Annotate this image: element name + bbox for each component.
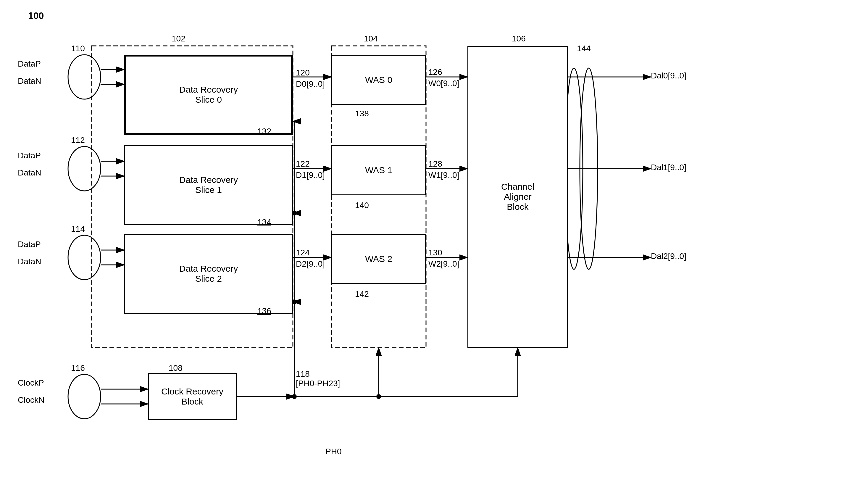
dal0-label: Dal0[9..0] <box>651 71 686 81</box>
was-2-box: WAS 2 <box>331 234 426 284</box>
was-0-label: WAS 0 <box>365 75 392 85</box>
datap-label-0: DataP <box>18 59 41 69</box>
svg-point-31 <box>292 394 297 399</box>
w2-signal: W2[9..0] <box>428 259 459 269</box>
datan-label-1: DataN <box>18 168 41 178</box>
clock-recovery-label: Clock RecoveryBlock <box>161 386 223 407</box>
diagram-container: 100 DataP DataN DataP DataN DataP DataN … <box>0 0 868 501</box>
ref-100: 100 <box>28 10 44 21</box>
ref-108: 108 <box>169 363 183 373</box>
drs-2-box: Data RecoverySlice 2 <box>124 234 293 314</box>
clockp-label: ClockP <box>18 378 44 388</box>
ref-110: 110 <box>71 44 85 53</box>
ref-132: 132 <box>257 127 271 136</box>
ref-114: 114 <box>71 224 85 234</box>
d1-label: 122 <box>296 159 310 169</box>
drs-1-box: Data RecoverySlice 1 <box>124 145 293 225</box>
ref-136: 136 <box>257 306 271 316</box>
was-0-box: WAS 0 <box>331 55 426 105</box>
w0-signal: W0[9..0] <box>428 79 459 88</box>
svg-point-8 <box>68 374 100 419</box>
drs-0-label: Data RecoverySlice 0 <box>179 85 238 105</box>
clockn-label: ClockN <box>18 395 44 405</box>
clock-recovery-box: Clock RecoveryBlock <box>148 373 237 420</box>
d2-signal: D2[9..0] <box>296 259 325 269</box>
w1-ref: 128 <box>428 159 442 169</box>
svg-point-27 <box>580 68 598 269</box>
svg-point-6 <box>68 147 100 191</box>
was1-ref2: 140 <box>355 201 369 210</box>
d1-signal: D1[9..0] <box>296 170 325 180</box>
w2-ref: 130 <box>428 248 442 257</box>
drs-1-label: Data RecoverySlice 1 <box>179 175 238 195</box>
ref-102: 102 <box>172 34 185 43</box>
d0-label: 120 <box>296 68 310 77</box>
dal2-label: Dal2[9..0] <box>651 252 686 261</box>
ref-104: 104 <box>364 34 378 43</box>
was0-ref2: 138 <box>355 109 369 118</box>
drs-0-box: Data RecoverySlice 0 <box>124 55 293 135</box>
channel-aligner-label: ChannelAlignerBlock <box>501 182 534 212</box>
ph0-label: PH0 <box>325 447 341 456</box>
was-1-box: WAS 1 <box>331 145 426 195</box>
was-2-label: WAS 2 <box>365 254 392 264</box>
svg-point-7 <box>68 235 100 280</box>
datap-label-1: DataP <box>18 151 41 160</box>
ref-134: 134 <box>257 217 271 227</box>
was2-ref2: 142 <box>355 289 369 299</box>
d0-signal: D0[9..0] <box>296 79 325 89</box>
ref-106: 106 <box>512 34 526 43</box>
was-1-label: WAS 1 <box>365 165 392 175</box>
dal1-label: Dal1[9..0] <box>651 163 686 172</box>
datan-label-0: DataN <box>18 76 41 86</box>
w0-ref: 126 <box>428 67 442 77</box>
svg-point-5 <box>68 55 100 99</box>
d2-label: 124 <box>296 248 310 257</box>
svg-point-39 <box>376 394 381 399</box>
drs-2-label: Data RecoverySlice 2 <box>179 264 238 284</box>
channel-aligner-box: ChannelAlignerBlock <box>467 46 568 348</box>
ref-118: 118[PH0-PH23] <box>296 369 340 388</box>
ref-112: 112 <box>71 136 85 145</box>
ref-116: 116 <box>71 363 85 373</box>
ref-144: 144 <box>577 44 591 53</box>
datap-label-2: DataP <box>18 240 41 249</box>
w1-signal: W1[9..0] <box>428 170 459 180</box>
datan-label-2: DataN <box>18 257 41 266</box>
